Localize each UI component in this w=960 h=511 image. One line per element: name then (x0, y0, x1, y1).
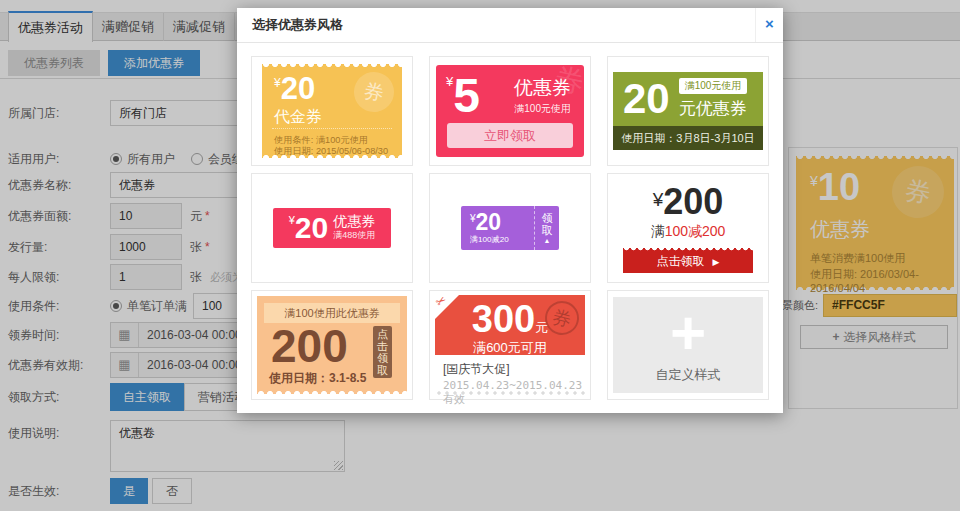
coupon-style-pink[interactable]: 券 ¥5 优惠券 满100元使用 立即领取 (429, 56, 591, 166)
coupon-amount: 200 (271, 323, 348, 369)
zigzag-edge (435, 391, 585, 395)
coupon-style-purple[interactable]: ¥20 满100减20 领取 ▲ (429, 173, 591, 283)
claim-now-button[interactable]: 立即领取 (447, 123, 573, 148)
coupon-graphic: ¥20 代金券 使用条件: 满100元使用 使用日期: 2015/05/06-0… (262, 64, 402, 158)
coupon-date: 使用日期: 2015/05/06-08/30 (274, 145, 388, 158)
coupon-event-name: [国庆节大促] (443, 361, 585, 378)
arrow-right-icon: ▶ (713, 257, 720, 267)
coupon-style-olive[interactable]: 20 满100元使用 元优惠券 使用日期：3月8日-3月10日 (607, 56, 769, 166)
click-claim-tab[interactable]: 点击领取 (373, 326, 392, 378)
click-claim-button[interactable]: 点击领取▶ (623, 248, 753, 273)
coupon-style-modal: 选择优惠券风格 × ¥20 代金券 使用条件: 满100元使用 使用日期: 20… (237, 8, 783, 413)
custom-style-tile[interactable]: + 自定义样式 (613, 297, 763, 393)
coupon-condition-badge: 满100元使用 (679, 78, 748, 94)
coupon-style-pink-banner[interactable]: ¥20 优惠券 满488使用 (251, 173, 413, 283)
coupon-amount: ¥20 (274, 73, 315, 104)
scallop-edge (257, 389, 407, 394)
coupon-amount: ¥200 (653, 184, 724, 220)
modal-title: 选择优惠券风格 (252, 17, 343, 32)
coupon-amount: 20 (623, 78, 670, 120)
coupon-style-custom[interactable]: + 自定义样式 (607, 290, 769, 400)
divider (272, 128, 392, 129)
coupon-condition: 满600元可用 (435, 339, 585, 357)
scallop-edge (623, 248, 753, 252)
coupon-date: 使用日期：3.1-8.5 (269, 370, 366, 387)
coupon-graphic: ¥20 优惠券 满488使用 (273, 208, 391, 248)
coupon-amount: ¥5 (446, 73, 480, 119)
claim-label: 领取 (541, 212, 554, 236)
coupon-style-yellow[interactable]: ¥20 代金券 使用条件: 满100元使用 使用日期: 2015/05/06-0… (251, 56, 413, 166)
coupon-condition: 满100减20 (470, 235, 528, 243)
coupon-title: 元优惠券 (679, 97, 747, 120)
coupon-condition: 满100减200 (651, 223, 726, 241)
coupon-graphic: ¥200 满100减200 点击领取▶ (623, 184, 753, 273)
coupon-graphic: 满100使用此优惠券 200 点击领取 使用日期：3.1-8.5 (257, 296, 407, 394)
plus-icon: + (613, 297, 763, 369)
coupon-date-bar: 使用日期：3月8日-3月10日 (613, 126, 763, 150)
coupon-condition: 满100元使用 (514, 102, 571, 116)
claim-tab[interactable]: 领取 ▲ (534, 206, 559, 250)
coupon-main: 20 满100元使用 元优惠券 (613, 72, 763, 126)
modal-header: 选择优惠券风格 × (237, 8, 783, 43)
arrow-up-icon: ▲ (544, 237, 551, 244)
coupon-main: ✂ 券 300元 满600元可用 (435, 295, 585, 355)
coupon-style-grid: ¥20 代金券 使用条件: 满100元使用 使用日期: 2015/05/06-0… (237, 43, 783, 413)
coupon-graphic: ¥20 满100减20 领取 ▲ (461, 206, 559, 250)
coupon-title: 优惠券 (514, 75, 571, 101)
coupon-style-orange[interactable]: 满100使用此优惠券 200 点击领取 使用日期：3.1-8.5 (251, 290, 413, 400)
app-window: 优惠券活动 满赠促销 满减促销 优惠券列表 添加优惠券 所属门店: 所有门店 适… (0, 0, 960, 511)
coupon-title: 代金券 (274, 107, 322, 128)
coupon-title: 优惠券 (333, 214, 375, 229)
coupon-condition: 满488使用 (333, 229, 375, 242)
coupon-style-red-button[interactable]: ¥200 满100减200 点击领取▶ (607, 173, 769, 283)
coupon-style-red-event[interactable]: ✂ 券 300元 满600元可用 [国庆节大促] 2015.04.23~2015… (429, 290, 591, 400)
custom-style-label: 自定义样式 (613, 366, 763, 384)
coupon-graphic: 20 满100元使用 元优惠券 使用日期：3月8日-3月10日 (613, 72, 763, 150)
scallop-edge (262, 64, 402, 69)
coupon-watermark-icon: 券 (350, 68, 397, 115)
close-icon[interactable]: × (755, 8, 783, 42)
coupon-graphic: 券 ¥5 优惠券 满100元使用 立即领取 (436, 65, 584, 157)
coupon-graphic: ✂ 券 300元 满600元可用 [国庆节大促] 2015.04.23~2015… (435, 295, 585, 395)
